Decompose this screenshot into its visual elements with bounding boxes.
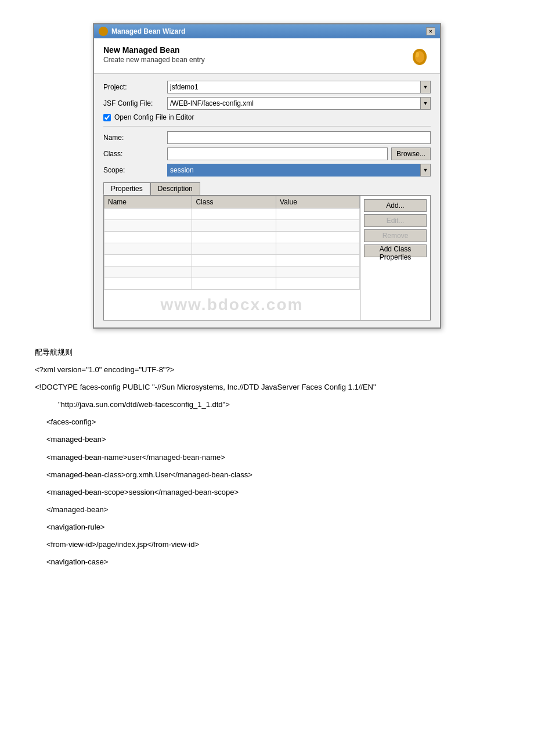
table-cell (276, 220, 360, 232)
table-cell (192, 243, 276, 255)
add-button[interactable]: Add... (364, 199, 427, 212)
bean-icon (409, 45, 431, 67)
tab-description[interactable]: Description (150, 182, 200, 195)
table-cell (192, 255, 276, 267)
text-line: "http://java.sun.com/dtd/web-facesconfig… (58, 398, 499, 411)
project-select[interactable]: jsfdemo1 (167, 81, 431, 93)
table-cell (104, 267, 192, 278)
watermark: www.bdocx.com (104, 290, 360, 320)
open-config-checkbox[interactable] (103, 114, 111, 121)
jsf-config-select-wrapper: /WEB-INF/faces-config.xml ▼ (167, 97, 431, 110)
text-line: <managed-bean-scope>session</managed-bea… (46, 486, 499, 499)
properties-table-area: Name Class Value www.bdocx.com (104, 196, 430, 320)
table-buttons: Add... Edit... Remove Add Class Properti… (360, 196, 430, 320)
col-header-value: Value (276, 196, 360, 208)
dialog-title: Managed Bean Wizard (111, 27, 185, 35)
dialog-close-button[interactable]: × (426, 27, 435, 35)
table-cell (104, 243, 192, 255)
dialog-header-subtitle: Create new managed bean entry (103, 56, 205, 64)
class-input[interactable]: org.xmh.User (167, 147, 388, 160)
col-header-class: Class (192, 196, 276, 208)
properties-table: Name Class Value (104, 196, 360, 290)
managed-bean-wizard-dialog: Managed Bean Wizard × New Managed Bean C… (93, 23, 441, 329)
text-line: </managed-bean> (46, 503, 499, 516)
table-cell (104, 232, 192, 243)
text-line: <from-view-id>/page/index.jsp</from-view… (46, 538, 499, 551)
tabs-container: Properties Description Name Class Value (103, 182, 431, 321)
scope-select-wrapper: session ▼ (167, 164, 431, 177)
table-cell (276, 278, 360, 290)
tabs-row: Properties Description (103, 182, 431, 195)
table-cell (104, 255, 192, 267)
text-line: <!DOCTYPE faces-config PUBLIC "-//Sun Mi… (35, 381, 499, 394)
text-line: <managed-bean-name>user</managed-bean-na… (46, 451, 499, 464)
jsf-config-label: JSF Config File: (103, 99, 167, 107)
project-row: Project: jsfdemo1 ▼ (103, 81, 431, 93)
open-config-row: Open Config File in Editor (103, 113, 431, 121)
class-label: Class: (103, 150, 167, 158)
table-cell (104, 208, 192, 220)
text-lines: <?xml version="1.0" encoding="UTF-8"?><!… (35, 363, 499, 568)
project-select-wrapper: jsfdemo1 ▼ (167, 81, 431, 93)
text-line: <managed-bean-class>org.xmh.User</manage… (46, 469, 499, 481)
remove-button[interactable]: Remove (364, 229, 427, 242)
project-label: Project: (103, 83, 167, 91)
name-label: Name: (103, 134, 167, 142)
text-line: <managed-bean> (46, 433, 499, 446)
text-line: <?xml version="1.0" encoding="UTF-8"?> (35, 363, 499, 376)
table-cell (192, 220, 276, 232)
table-row[interactable] (104, 255, 360, 267)
table-cell (104, 278, 192, 290)
table-cell (192, 232, 276, 243)
name-input[interactable]: user (167, 131, 431, 144)
table-row[interactable] (104, 220, 360, 232)
table-wrapper: Name Class Value www.bdocx.com (104, 196, 360, 320)
name-row: Name: user (103, 131, 431, 144)
table-cell (192, 267, 276, 278)
jsf-config-select[interactable]: /WEB-INF/faces-config.xml (167, 97, 431, 110)
table-row[interactable] (104, 267, 360, 278)
dialog-header-text: New Managed Bean Create new managed bean… (103, 45, 205, 64)
table-cell (192, 208, 276, 220)
text-line: <navigation-rule> (46, 521, 499, 534)
dialog-titlebar: Managed Bean Wizard × (94, 24, 440, 38)
tab-content-properties: Name Class Value www.bdocx.com (103, 195, 431, 321)
table-cell (276, 208, 360, 220)
title-icon (99, 27, 108, 36)
scope-label: Scope: (103, 166, 167, 174)
scope-row: Scope: session ▼ (103, 164, 431, 177)
table-cell (276, 255, 360, 267)
browse-button[interactable]: Browse... (391, 147, 431, 160)
table-row[interactable] (104, 232, 360, 243)
section-heading: 配导航规则 (35, 346, 499, 359)
add-class-properties-button[interactable]: Add Class Properties (364, 244, 427, 257)
open-config-label: Open Config File in Editor (114, 113, 194, 121)
text-line: <navigation-case> (46, 556, 499, 568)
text-line: <faces-config> (46, 416, 499, 429)
class-row: Class: org.xmh.User Browse... (103, 147, 431, 160)
table-cell (276, 243, 360, 255)
dialog-header: New Managed Bean Create new managed bean… (94, 38, 440, 74)
jsf-config-row: JSF Config File: /WEB-INF/faces-config.x… (103, 97, 431, 110)
table-row[interactable] (104, 243, 360, 255)
table-row[interactable] (104, 208, 360, 220)
text-content: 配导航规则 <?xml version="1.0" encoding="UTF-… (35, 346, 499, 568)
table-cell (104, 220, 192, 232)
svg-point-2 (416, 52, 419, 57)
dialog-form: Project: jsfdemo1 ▼ JSF Config File: /WE… (94, 74, 440, 327)
col-header-name: Name (104, 196, 192, 208)
table-row[interactable] (104, 278, 360, 290)
table-cell (276, 267, 360, 278)
dialog-header-title: New Managed Bean (103, 45, 205, 55)
form-divider-1 (103, 126, 431, 127)
edit-button[interactable]: Edit... (364, 214, 427, 227)
table-cell (192, 278, 276, 290)
table-cell (276, 232, 360, 243)
scope-select[interactable]: session (167, 164, 431, 177)
titlebar-left: Managed Bean Wizard (99, 27, 185, 36)
table-header-row: Name Class Value (104, 196, 360, 208)
tab-properties[interactable]: Properties (103, 182, 150, 195)
